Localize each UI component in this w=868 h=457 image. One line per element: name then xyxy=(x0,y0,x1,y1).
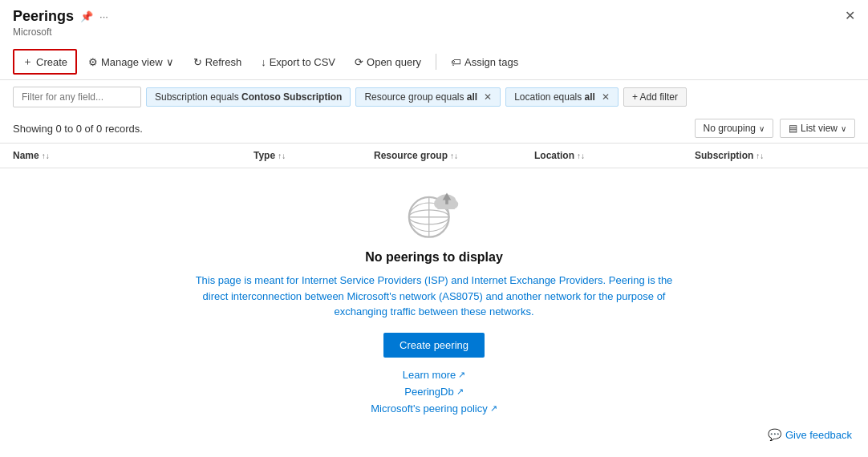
location-filter-chip: Location equals all ✕ xyxy=(505,87,619,107)
name-column-header[interactable]: Name xyxy=(13,150,39,161)
chevron-down-icon: ∨ xyxy=(166,56,174,68)
empty-state-links: Learn more ↗ PeeringDb ↗ Microsoft's pee… xyxy=(371,369,497,415)
view-label: List view xyxy=(801,123,838,134)
empty-state-icon xyxy=(402,184,466,241)
subscription-sort-icon[interactable]: ↑↓ xyxy=(756,152,764,160)
query-icon: ⟳ xyxy=(355,56,363,68)
create-button[interactable]: ＋ Create xyxy=(13,49,77,75)
view-select[interactable]: ▤ List view ∨ xyxy=(780,119,855,138)
more-icon[interactable]: ··· xyxy=(99,10,108,22)
subscription-filter-chip: Subscription equals Contoso Subscription xyxy=(146,87,351,107)
grouping-label: No grouping xyxy=(704,123,756,134)
filter-input[interactable] xyxy=(13,87,141,107)
grouping-select[interactable]: No grouping ∨ xyxy=(695,119,773,138)
page-title: Peerings xyxy=(13,8,74,25)
name-sort-icon[interactable]: ↑↓ xyxy=(42,152,50,160)
resource-group-filter-clear[interactable]: ✕ xyxy=(484,91,492,103)
view-controls: No grouping ∨ ▤ List view ∨ xyxy=(695,119,855,138)
export-csv-button[interactable]: ↓ Export to CSV xyxy=(253,52,343,72)
external-link-icon-2: ↗ xyxy=(456,386,464,397)
separator xyxy=(436,54,436,70)
add-filter-button[interactable]: + Add filter xyxy=(623,87,687,107)
list-view-icon: ▤ xyxy=(789,123,797,134)
view-chevron-icon: ∨ xyxy=(841,124,846,133)
empty-state-title: No peerings to display xyxy=(365,250,503,265)
location-column-header[interactable]: Location xyxy=(534,150,574,161)
type-column-header[interactable]: Type xyxy=(254,150,275,161)
record-count: Showing 0 to 0 of 0 records. xyxy=(13,123,143,135)
subscription-column-header[interactable]: Subscription xyxy=(695,150,753,161)
feedback-icon: 💬 xyxy=(768,428,781,441)
create-peering-button[interactable]: Create peering xyxy=(383,333,485,358)
svg-rect-10 xyxy=(445,199,448,204)
location-sort-icon[interactable]: ↑↓ xyxy=(577,152,585,160)
plus-icon: ＋ xyxy=(22,55,33,69)
pin-icon[interactable]: 📌 xyxy=(80,10,93,22)
tag-icon: 🏷 xyxy=(451,56,461,68)
location-filter-clear[interactable]: ✕ xyxy=(602,91,610,103)
gear-icon: ⚙ xyxy=(88,56,98,68)
learn-more-link[interactable]: Learn more ↗ xyxy=(403,369,465,381)
open-query-button[interactable]: ⟳ Open query xyxy=(347,52,429,72)
type-sort-icon[interactable]: ↑↓ xyxy=(278,152,286,160)
external-link-icon-3: ↗ xyxy=(490,403,497,414)
resource-group-filter-chip: Resource group equals all ✕ xyxy=(355,87,501,107)
manage-view-button[interactable]: ⚙ Manage view ∨ xyxy=(80,52,182,72)
download-icon: ↓ xyxy=(261,56,266,68)
rg-sort-icon[interactable]: ↑↓ xyxy=(450,152,458,160)
subtitle: Microsoft xyxy=(0,26,868,44)
refresh-button[interactable]: ↻ Refresh xyxy=(185,52,250,72)
peering-policy-link[interactable]: Microsoft's peering policy ↗ xyxy=(371,402,497,415)
assign-tags-button[interactable]: 🏷 Assign tags xyxy=(443,52,526,72)
give-feedback-button[interactable]: 💬 Give feedback xyxy=(768,428,852,441)
table-header: Name ↑↓ Type ↑↓ Resource group ↑↓ Locati… xyxy=(0,143,868,168)
empty-state-description: This page is meant for Internet Service … xyxy=(185,273,683,320)
toolbar: ＋ Create ⚙ Manage view ∨ ↻ Refresh ↓ Exp… xyxy=(0,44,868,80)
list-controls: Showing 0 to 0 of 0 records. No grouping… xyxy=(0,114,868,143)
peeringdb-link[interactable]: PeeringDb ↗ xyxy=(404,386,463,398)
refresh-icon: ↻ xyxy=(193,56,202,68)
filter-bar: Subscription equals Contoso Subscription… xyxy=(0,80,868,114)
close-button[interactable]: ✕ xyxy=(845,8,855,23)
empty-state: No peerings to display This page is mean… xyxy=(0,168,868,431)
grouping-chevron-icon: ∨ xyxy=(759,124,765,133)
external-link-icon: ↗ xyxy=(458,370,465,380)
resource-group-column-header[interactable]: Resource group xyxy=(374,150,448,161)
